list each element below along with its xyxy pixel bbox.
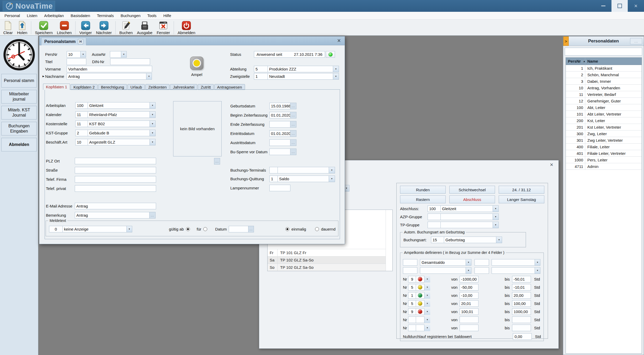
menu-item-personal[interactable]: Personal xyxy=(1,12,23,19)
chevron-down-icon[interactable]: ▼ xyxy=(466,267,471,274)
telef-firma-input[interactable] xyxy=(75,176,156,183)
telef-privat-input[interactable] xyxy=(75,185,156,192)
kostenstelle-combo[interactable]: 11KST B02▼ xyxy=(75,121,156,127)
traffic-light-cell[interactable] xyxy=(416,316,424,323)
ende-zeiterfassung-input[interactable] xyxy=(269,121,290,128)
bu-sperre-input[interactable] xyxy=(269,149,290,155)
datum-input[interactable] xyxy=(229,226,248,232)
chevron-down-icon[interactable]: ▼ xyxy=(329,176,335,182)
email-input[interactable]: Antrag xyxy=(75,203,156,209)
chevron-down-icon[interactable]: ▼ xyxy=(329,167,335,173)
chevron-down-icon[interactable]: ▼ xyxy=(150,102,156,109)
bemerkung-more-button[interactable]: ... xyxy=(150,212,156,219)
table-header[interactable]: PersNr ▲ Name xyxy=(566,58,642,65)
tab-zeitkonten[interactable]: Zeitkonten xyxy=(145,84,169,90)
person-row[interactable]: 11 Vertreter, Bedarf xyxy=(566,91,642,98)
sidebar-item-buchungen-eingaben[interactable]: Buchungen Eingaben xyxy=(1,122,37,135)
person-row[interactable]: 1000 Pers, Leiter xyxy=(566,157,642,163)
menu-item-listen[interactable]: Listen xyxy=(23,12,41,19)
ampel-selector-combo[interactable]: Gesamtsaldo▼ xyxy=(420,259,471,266)
ampel-nr-input[interactable] xyxy=(408,316,416,323)
tab-zutritt[interactable]: Zutritt xyxy=(198,84,214,90)
buchungsart-combo[interactable]: 15Geburtstag▼ xyxy=(431,237,502,243)
buchungs-quittung-combo[interactable]: 1Saldo▼ xyxy=(269,176,335,182)
persnr-combo[interactable]: 10▼ xyxy=(67,51,86,58)
ampel-nr-input[interactable]: 5 xyxy=(408,284,416,291)
weekday-row-fr[interactable]: Fr TP 101 GLZ Fr xyxy=(268,249,386,256)
chevron-down-icon[interactable]: ▼ xyxy=(493,214,499,220)
chevron-down-icon[interactable]: ▼ xyxy=(150,130,156,136)
settings-button-runden[interactable]: Runden xyxy=(400,186,446,194)
chevron-down-icon[interactable]: ▼ xyxy=(424,284,430,291)
close-button[interactable]: × xyxy=(628,0,644,12)
person-row[interactable]: 12 Genehmiger, Guter xyxy=(566,98,642,104)
sidebar-item-abmelden[interactable]: Abmelden xyxy=(1,138,37,151)
filter-input[interactable] xyxy=(565,48,642,56)
sidebar-item-mitarbeiter-journal[interactable]: Mitarbeiter journal xyxy=(1,90,37,103)
chevron-down-icon[interactable]: ▼ xyxy=(80,51,86,58)
ampel-selector-nr[interactable] xyxy=(475,267,489,274)
meldetext-combo[interactable]: 0keine Anzeige▼ xyxy=(49,226,132,232)
lampennummer-input[interactable] xyxy=(269,185,290,191)
panel-more-button[interactable]: ... xyxy=(630,38,642,44)
plz-ort-input[interactable] xyxy=(75,158,156,164)
ampel-von-input[interactable]: -10,00 xyxy=(460,292,478,299)
ampel-selector-nr[interactable] xyxy=(475,259,489,266)
ampel-nr-input[interactable]: 1 xyxy=(408,292,416,299)
buchungs-terminals-combo[interactable]: ▼ xyxy=(269,167,335,173)
geburtsdatum-input[interactable]: 15.03.1988 xyxy=(269,103,290,109)
chevron-down-icon[interactable]: ▼ xyxy=(146,73,152,80)
traffic-light-cell[interactable] xyxy=(416,292,424,299)
ampel-selector-nr[interactable] xyxy=(403,267,417,274)
gueltig-ab-radio[interactable] xyxy=(186,227,190,231)
dialog-close-icon[interactable]: × xyxy=(550,161,553,168)
fuer-radio[interactable] xyxy=(203,227,207,231)
sidebar-item-mitarb-kst-journal[interactable]: Mitarb. KST Journal xyxy=(1,106,37,119)
person-row[interactable]: 3 Dabei, Immer xyxy=(566,78,642,85)
chevron-down-icon[interactable]: ▼ xyxy=(493,222,499,228)
settings-button-rastern[interactable]: Rastern xyxy=(400,195,446,203)
tab-berechtigung[interactable]: Berechtigung xyxy=(98,84,127,90)
kalender-combo[interactable]: 11Rheinland-Pfalz▼ xyxy=(75,111,156,118)
nachname-combo[interactable]: Antrag▼ xyxy=(67,73,152,80)
tab-kopfdaten-1[interactable]: Kopfdaten 1 xyxy=(43,84,70,90)
chevron-down-icon[interactable]: ▼ xyxy=(535,267,540,274)
ampel-von-input[interactable] xyxy=(460,325,478,331)
toolbar-button-ausgabe[interactable]: Ausgabe xyxy=(135,20,155,35)
tab-urlaub[interactable]: Urlaub xyxy=(127,84,145,90)
dauernd-radio[interactable] xyxy=(315,227,319,231)
person-row[interactable]: 1 Ich, Praktikant xyxy=(566,65,642,72)
ampel-bis-input[interactable]: -10,01 xyxy=(512,284,531,291)
menu-item-arbeitsplan[interactable]: Arbeitsplan xyxy=(41,12,67,19)
photo-browse-button[interactable]: ... xyxy=(214,158,220,165)
ampel-selector-combo[interactable]: ▼ xyxy=(420,267,471,274)
traffic-light-cell[interactable] xyxy=(416,284,424,291)
settings-button-24-31-12[interactable]: 24. / 31.12 xyxy=(499,186,544,194)
person-row[interactable]: 4711 Admin xyxy=(566,163,642,170)
titel-input[interactable] xyxy=(67,58,86,65)
ampel-nr-input[interactable]: 9 xyxy=(408,276,416,282)
sidebar-item-personal-stamm[interactable]: Personal stamm xyxy=(1,74,37,88)
person-row[interactable]: 201 Kst Leiter, Vertreter xyxy=(566,124,642,130)
abteilung-combo[interactable]: 5Produktion ZZZ▼ xyxy=(254,66,339,72)
zweigstelle-combo[interactable]: 1Neustadt▼ xyxy=(254,73,339,80)
expand-panel-button[interactable]: > xyxy=(563,36,569,46)
ampel-bis-input[interactable]: 20,00 xyxy=(512,292,531,299)
chevron-down-icon[interactable]: ▼ xyxy=(493,205,499,212)
dialog-close-icon[interactable]: × xyxy=(337,37,341,44)
person-row[interactable]: 200 Kst, Leiter xyxy=(566,117,642,124)
traffic-light-cell[interactable] xyxy=(416,276,424,282)
auswnr-combo[interactable]: ▼ xyxy=(110,51,127,58)
date-picker-button[interactable]: ... xyxy=(290,139,296,146)
traffic-light-cell[interactable] xyxy=(416,308,424,315)
settings-button-abschluss[interactable]: Abschluss xyxy=(449,195,495,203)
eintrittsdatum-input[interactable]: 01.01.2020 xyxy=(269,130,290,137)
menu-item-basisdaten[interactable]: Basisdaten xyxy=(67,12,93,19)
chevron-down-icon[interactable]: ▼ xyxy=(126,226,132,232)
person-row[interactable]: 401 Filiale Leiter, Vertreter xyxy=(566,150,642,157)
chevron-down-icon[interactable]: ▼ xyxy=(424,292,430,299)
toolbar-button-abmelden[interactable]: Abmelden xyxy=(175,20,198,35)
person-row[interactable]: 300 Zwg, Leiter xyxy=(566,130,642,137)
ampel-von-input[interactable]: 100,01 xyxy=(460,308,478,315)
ampel-bis-input[interactable] xyxy=(512,316,531,323)
